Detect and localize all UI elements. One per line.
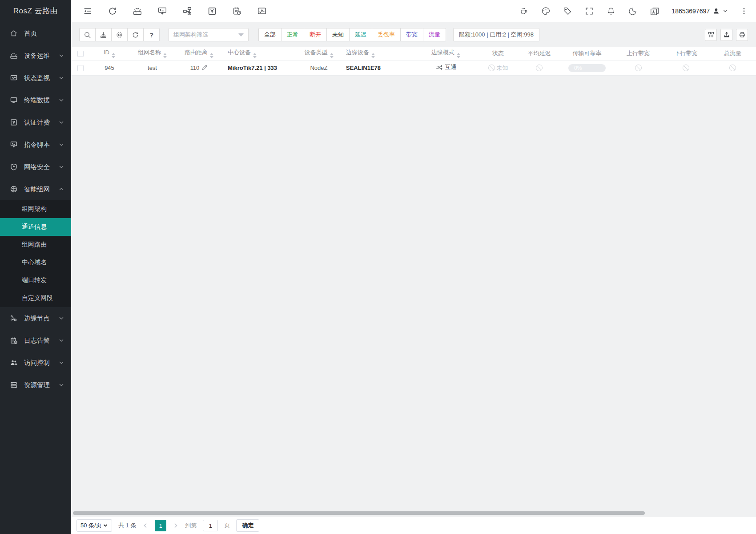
submenu-item-channel-info[interactable]: 通道信息 <box>0 218 71 236</box>
palette-icon[interactable] <box>541 6 551 16</box>
sort-icon[interactable] <box>163 53 167 58</box>
cell-download-bandwidth <box>663 61 709 75</box>
avatar-icon <box>712 7 720 15</box>
shield-icon <box>10 163 18 171</box>
script-icon[interactable] <box>157 6 167 16</box>
sort-icon[interactable] <box>371 53 375 58</box>
sidebar-item-network-security[interactable]: 网络安全 <box>0 156 71 178</box>
sidebar-item-label: 智能组网 <box>24 185 50 194</box>
submenu-item-network-routes[interactable]: 组网路由 <box>0 236 71 254</box>
chevron-down-icon <box>59 382 64 388</box>
sort-icon[interactable] <box>210 53 213 58</box>
collapse-menu-icon[interactable] <box>83 6 92 16</box>
fullscreen-icon[interactable] <box>584 6 594 16</box>
col-device-type[interactable]: 设备类型 <box>297 47 341 61</box>
help-button[interactable]: ? <box>143 28 160 41</box>
sidebar-item-smart-network[interactable]: 智能组网 <box>0 178 71 200</box>
more-options-icon[interactable] <box>740 7 748 15</box>
prev-page-icon[interactable] <box>142 522 149 529</box>
header-select-all <box>71 47 90 61</box>
refresh-icon[interactable] <box>108 6 117 16</box>
goto-page-input[interactable] <box>203 520 218 531</box>
architecture-filter-select[interactable]: 组网架构筛选 <box>169 28 249 41</box>
sidebar-item-label: 访问控制 <box>24 359 50 367</box>
sidebar-item-home[interactable]: 首页 <box>0 22 71 44</box>
chip-disconnected[interactable]: 断开 <box>304 28 327 41</box>
col-center-device[interactable]: 中心设备 <box>222 47 297 61</box>
content-area: ? 组网架构筛选 全部 正常 断开 未知 延迟 丢包率 带宽 流量 限额:100… <box>71 22 756 517</box>
smart-network-submenu: 组网架构 通道信息 组网路由 中心域名 端口转发 自定义网段 <box>0 200 71 307</box>
chevron-down-icon <box>59 120 64 125</box>
log-icon[interactable] <box>232 6 242 16</box>
chip-normal[interactable]: 正常 <box>281 28 304 41</box>
sidebar-item-status-monitor[interactable]: 状态监视 <box>0 67 71 89</box>
chip-traffic[interactable]: 流量 <box>423 28 446 41</box>
cell-edge-mode: 互通 <box>414 61 478 75</box>
col-id[interactable]: ID <box>90 47 129 61</box>
devices-icon[interactable] <box>133 6 142 16</box>
sidebar-item-label: 设备运维 <box>24 52 50 60</box>
app-root: RosZ 云路由 首页 设备运维 状态监视 终端数据 认证计费 指 <box>0 0 756 534</box>
submenu-item-network-architecture[interactable]: 组网架构 <box>0 200 71 218</box>
export-button[interactable] <box>720 29 732 41</box>
interconnect-icon <box>435 64 443 71</box>
billing-icon[interactable] <box>207 6 217 16</box>
status-icon[interactable] <box>257 6 267 16</box>
chip-packet-loss[interactable]: 丢包率 <box>372 28 401 41</box>
chip-all[interactable]: 全部 <box>258 28 281 41</box>
resource-icon <box>10 381 18 389</box>
col-edge-mode[interactable]: 边缘模式 <box>414 47 478 61</box>
pagination-bar: 50 条/页 共 1 条 1 到第 页 确定 <box>71 517 756 534</box>
sidebar-item-billing[interactable]: 认证计费 <box>0 111 71 134</box>
sort-icon[interactable] <box>253 53 257 58</box>
language-icon[interactable] <box>650 6 659 16</box>
download-button[interactable] <box>95 28 112 41</box>
col-edge-device[interactable]: 边缘设备 <box>341 47 414 61</box>
sidebar-item-log-alerts[interactable]: 日志告警 <box>0 329 71 352</box>
table-header-row: ID 组网名称 路由距离 中心设备 设备类型 边缘设备 边缘模式 状态 平均延迟… <box>71 47 756 61</box>
coffee-icon[interactable] <box>519 6 529 16</box>
table-row[interactable]: 945 test 110 MikroTik7.21 | 333 NodeZ SE… <box>71 61 756 75</box>
confirm-button[interactable]: 确定 <box>236 519 259 532</box>
cell-edge-device: SEALIN1E78 <box>341 61 414 75</box>
next-page-icon[interactable] <box>173 522 179 529</box>
page-size-select[interactable]: 50 条/页 <box>76 519 112 532</box>
refresh-button[interactable] <box>127 28 144 41</box>
user-menu[interactable]: 18653697697 <box>672 7 728 15</box>
sort-icon[interactable] <box>457 53 460 58</box>
sidebar-item-resources[interactable]: 资源管理 <box>0 374 71 396</box>
sidebar-item-label: 认证计费 <box>24 118 50 127</box>
submenu-item-center-domain[interactable]: 中心域名 <box>0 254 71 271</box>
sidebar-item-label: 资源管理 <box>24 381 50 389</box>
col-avg-latency: 平均延迟 <box>518 47 560 61</box>
columns-button[interactable] <box>705 29 717 41</box>
sidebar-item-edge-nodes[interactable]: 边缘节点 <box>0 307 71 329</box>
sort-icon[interactable] <box>330 53 334 58</box>
sort-icon[interactable] <box>112 53 115 58</box>
channel-table: ID 组网名称 路由距离 中心设备 设备类型 边缘设备 边缘模式 状态 平均延迟… <box>71 47 756 76</box>
settings-button[interactable] <box>111 28 128 41</box>
col-route-distance[interactable]: 路由距离 <box>176 47 222 61</box>
chip-latency[interactable]: 延迟 <box>349 28 372 41</box>
topology-icon[interactable] <box>182 6 192 16</box>
sidebar-item-terminal-data[interactable]: 终端数据 <box>0 89 71 111</box>
select-all-checkbox[interactable] <box>77 51 84 57</box>
row-checkbox[interactable] <box>77 65 84 71</box>
chip-bandwidth[interactable]: 带宽 <box>400 28 423 41</box>
sidebar-item-access-control[interactable]: 访问控制 <box>0 352 71 374</box>
bell-icon[interactable] <box>606 6 616 16</box>
sidebar-item-device-ops[interactable]: 设备运维 <box>0 44 71 67</box>
horizontal-scrollbar[interactable] <box>73 511 645 515</box>
search-button[interactable] <box>79 28 96 41</box>
sidebar-item-scripts[interactable]: 指令脚本 <box>0 134 71 156</box>
moon-icon[interactable] <box>628 6 638 16</box>
current-page-button[interactable]: 1 <box>155 520 166 531</box>
tag-icon[interactable] <box>563 6 572 16</box>
print-button[interactable] <box>736 29 748 41</box>
submenu-item-port-forwarding[interactable]: 端口转发 <box>0 271 71 289</box>
col-network-name[interactable]: 组网名称 <box>129 47 176 61</box>
sidebar-item-label: 状态监视 <box>24 74 50 82</box>
chip-unknown[interactable]: 未知 <box>326 28 350 41</box>
edit-pencil-icon[interactable] <box>201 65 208 71</box>
submenu-item-custom-subnet[interactable]: 自定义网段 <box>0 289 71 307</box>
